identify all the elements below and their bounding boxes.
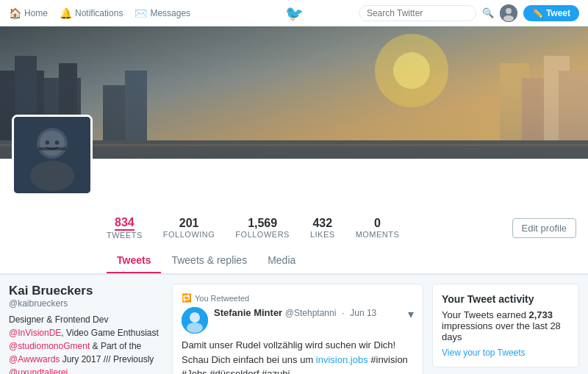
right-sidebar: Your Tweet activity Your Tweets earned 2… xyxy=(432,284,579,374)
impressions-count: 2,733 xyxy=(529,309,553,320)
retweet-label: 🔁 You Retweeted xyxy=(182,293,414,303)
tweets-label: TWEETS xyxy=(107,231,143,240)
tweet-date: Jun 13 xyxy=(350,308,376,318)
profile-name: Kai Brueckers xyxy=(9,284,163,298)
likes-label: LIKES xyxy=(310,230,335,239)
tweet-more-icon[interactable]: ▾ xyxy=(408,307,414,334)
svg-point-5 xyxy=(393,52,430,89)
awwwards-link[interactable]: @Awwwards xyxy=(9,354,60,364)
retweet-icon: 🔁 xyxy=(182,293,192,303)
studio-link[interactable]: @studiomonoGment xyxy=(9,341,90,351)
search-icon[interactable]: 🔍 xyxy=(482,7,494,18)
following-label: FOLLOWING xyxy=(163,230,215,239)
stat-following[interactable]: 201 FOLLOWING xyxy=(163,217,215,239)
profile-handle: @kaibrueckers xyxy=(9,298,163,309)
nav-messages[interactable]: ✉️ Messages xyxy=(135,7,190,19)
svg-point-23 xyxy=(46,140,50,145)
profile-stats-row: 834 TWEETS 201 FOLLOWING 1,569 FOLLOWERS… xyxy=(0,209,588,247)
nav-notifications[interactable]: 🔔 Notifications xyxy=(60,7,123,19)
avatar-container xyxy=(0,159,588,209)
stat-followers[interactable]: 1,569 FOLLOWERS xyxy=(235,217,290,239)
twitter-logo: 🐦 xyxy=(285,5,304,21)
user-avatar-nav[interactable] xyxy=(500,4,517,22)
left-sidebar: Kai Brueckers @kaibrueckers Designer & F… xyxy=(9,284,163,374)
tweet-author-avatar[interactable] xyxy=(182,307,208,334)
edit-profile-button[interactable]: Edit profile xyxy=(512,218,576,238)
activity-box: Your Tweet activity Your Tweets earned 2… xyxy=(432,284,579,367)
ux-link[interactable]: @uxundtallerei xyxy=(9,367,68,374)
tab-media[interactable]: Media xyxy=(257,247,306,273)
home-icon: 🏠 xyxy=(9,7,21,19)
tweet-header: Stefanie Minter @Stehptanni · Jun 13 ▾ xyxy=(182,307,414,334)
view-tweets-link[interactable]: View your top Tweets xyxy=(442,348,526,358)
activity-title: Your Tweet activity xyxy=(442,293,570,305)
bell-icon: 🔔 xyxy=(60,7,72,19)
likes-count: 432 xyxy=(312,217,332,230)
svg-point-2 xyxy=(503,15,514,21)
moments-label: MOMENTS xyxy=(356,230,400,239)
profile-area: 834 TWEETS 201 FOLLOWING 1,569 FOLLOWERS… xyxy=(0,159,588,275)
profile-bio: Designer & Frontend Dev @InVisionDE, Vid… xyxy=(9,313,163,374)
followers-label: FOLLOWERS xyxy=(235,230,290,239)
svg-point-27 xyxy=(187,323,203,333)
tweet-card: 🔁 You Retweeted Stefanie Minter @Stehpta… xyxy=(172,284,423,374)
tweets-count: 834 xyxy=(115,216,135,231)
followers-count: 1,569 xyxy=(248,217,277,230)
svg-point-20 xyxy=(30,161,75,192)
tweet-author-name[interactable]: Stefanie Minter xyxy=(214,307,282,318)
nav-center: 🐦 xyxy=(285,4,304,22)
tweet-button[interactable]: ✏️ Tweet xyxy=(523,5,579,21)
svg-point-26 xyxy=(190,312,200,323)
stat-moments[interactable]: 0 MOMENTS xyxy=(356,217,400,239)
nav-home[interactable]: 🏠 Home xyxy=(9,7,48,19)
nav-left: 🏠 Home 🔔 Notifications ✉️ Messages xyxy=(9,7,190,19)
stat-tweets[interactable]: 834 TWEETS xyxy=(107,216,143,240)
svg-point-1 xyxy=(506,8,512,14)
top-nav: 🏠 Home 🔔 Notifications ✉️ Messages 🐦 🔍 ✏… xyxy=(0,0,588,26)
profile-avatar[interactable] xyxy=(12,115,93,195)
invision-link[interactable]: @InVisionDE xyxy=(9,328,61,338)
pencil-icon: ✏️ xyxy=(532,8,543,18)
search-input[interactable] xyxy=(359,5,476,21)
moments-count: 0 xyxy=(374,217,381,230)
avatar-image xyxy=(14,117,90,193)
main-content: Kai Brueckers @kaibrueckers Designer & F… xyxy=(0,275,588,374)
nav-right: 🔍 ✏️ Tweet xyxy=(359,4,579,22)
stat-likes[interactable]: 432 LIKES xyxy=(310,217,335,239)
mail-icon: ✉️ xyxy=(135,7,147,19)
nav-notifications-label: Notifications xyxy=(75,8,123,18)
svg-point-21 xyxy=(40,131,65,156)
activity-stats: Your Tweets earned 2,733 impressions ove… xyxy=(442,309,570,342)
nav-messages-label: Messages xyxy=(150,8,190,18)
tweet-btn-label: Tweet xyxy=(546,8,570,18)
tweet-author-handle[interactable]: @Stehptanni xyxy=(285,308,337,318)
center-feed: 🔁 You Retweeted Stefanie Minter @Stehpta… xyxy=(172,284,423,374)
tweet-text: Damit unser Rudel vollzählig wird suchen… xyxy=(182,338,414,374)
tweet-link[interactable]: invision.jobs xyxy=(316,354,368,365)
tab-tweets[interactable]: Tweets xyxy=(107,247,161,273)
nav-home-label: Home xyxy=(24,8,48,18)
tweet-user-info: Stefanie Minter @Stehptanni · Jun 13 xyxy=(214,307,402,334)
retweet-text: You Retweeted xyxy=(195,294,249,303)
tabs-row: Tweets Tweets & replies Media xyxy=(0,247,588,274)
svg-point-24 xyxy=(55,140,60,145)
following-count: 201 xyxy=(179,217,199,230)
tab-tweets-replies[interactable]: Tweets & replies xyxy=(161,247,257,273)
